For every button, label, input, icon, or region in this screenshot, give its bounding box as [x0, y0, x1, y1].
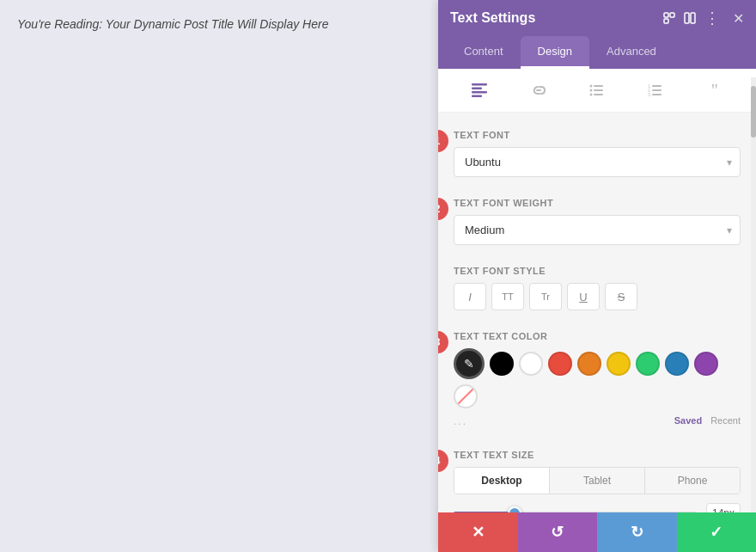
font-label: Text Font — [454, 130, 741, 140]
font-style-label: Text Font Style — [454, 266, 741, 276]
pencil-icon: ✎ — [464, 357, 474, 371]
color-swatches-row: ✎ — [454, 348, 741, 408]
swatch-purple[interactable] — [694, 352, 718, 376]
font-weight-select[interactable]: Medium Light Bold — [454, 215, 741, 245]
text-size-section: 4 Text Text Size Desktop Tablet Phone 14… — [438, 438, 756, 512]
panel-content: 1. 2. 3. " 1 Text Font Ubuntu Arial Geor… — [438, 69, 756, 512]
color-dots: ... — [454, 412, 467, 429]
tab-bar: Content Design Advanced — [438, 36, 756, 69]
svg-point-14 — [589, 94, 592, 96]
step-badge-3: 3 — [438, 331, 448, 353]
panel-header-icons: ⋮ ✕ — [663, 9, 744, 28]
align-left-btn[interactable] — [464, 77, 495, 103]
svg-rect-2 — [664, 19, 668, 23]
strikethrough-btn[interactable]: S — [605, 283, 637, 310]
size-slider-fill — [454, 512, 515, 512]
alignment-toolbar: 1. 2. 3. " — [438, 69, 756, 113]
reset-button[interactable]: ↺ — [518, 512, 598, 552]
font-select-wrapper: Ubuntu Arial Georgia ▾ — [454, 147, 741, 177]
italic-btn[interactable]: I — [454, 283, 486, 310]
font-style-section: Text Font Style I TT Tr U S — [438, 254, 756, 319]
text-color-section: 3 Text Text Color ✎ ... Save — [438, 319, 756, 438]
font-section: 1 Text Font Ubuntu Arial Georgia ▾ — [438, 118, 756, 186]
svg-rect-6 — [472, 88, 482, 90]
saved-label[interactable]: Saved — [674, 415, 702, 426]
redo-button[interactable]: ↻ — [597, 512, 677, 552]
style-buttons-row: I TT Tr U S — [454, 283, 741, 310]
svg-rect-15 — [594, 94, 603, 95]
preview-area: You're Reading: Your Dynamic Post Title … — [0, 0, 438, 552]
svg-rect-3 — [685, 13, 689, 23]
swatch-yellow[interactable] — [607, 352, 631, 376]
swatch-black[interactable] — [490, 352, 514, 376]
more-options-icon[interactable]: ⋮ — [704, 9, 721, 28]
svg-rect-19 — [652, 89, 662, 91]
step-badge-2: 2 — [438, 198, 448, 220]
svg-rect-4 — [691, 13, 695, 23]
device-phone-tab[interactable]: Phone — [645, 468, 740, 494]
panel-header: Text Settings ⋮ ✕ — [438, 0, 756, 36]
font-weight-section: 2 Text Font Weight Medium Light Bold ▾ — [438, 186, 756, 254]
grid-icon[interactable] — [684, 12, 696, 24]
scrollbar-thumb[interactable] — [751, 86, 756, 138]
color-picker-button[interactable]: ✎ — [454, 348, 485, 379]
text-size-label: Text Text Size — [454, 450, 741, 460]
svg-text:3.: 3. — [648, 92, 651, 97]
size-slider-thumb[interactable] — [508, 506, 521, 512]
resize-icon[interactable] — [663, 12, 675, 24]
swatch-orange[interactable] — [577, 352, 601, 376]
confirm-button[interactable]: ✓ — [677, 512, 757, 552]
swatch-blue[interactable] — [665, 352, 689, 376]
swatch-white[interactable] — [519, 352, 543, 376]
preview-text: You're Reading: Your Dynamic Post Title … — [17, 17, 328, 31]
uppercase-btn[interactable]: TT — [491, 283, 524, 310]
link-btn[interactable] — [523, 77, 554, 103]
swatch-red[interactable] — [548, 352, 572, 376]
blockquote-btn[interactable]: " — [699, 77, 730, 103]
svg-rect-7 — [472, 91, 487, 94]
font-weight-select-wrapper: Medium Light Bold ▾ — [454, 215, 741, 245]
tab-advanced[interactable]: Advanced — [589, 36, 674, 69]
size-slider-value[interactable]: 14px — [706, 503, 741, 512]
capitalize-btn[interactable]: Tr — [529, 283, 562, 310]
svg-rect-17 — [652, 85, 662, 87]
underline-btn[interactable]: U — [567, 283, 600, 310]
svg-rect-13 — [594, 89, 603, 91]
svg-rect-0 — [664, 13, 668, 17]
svg-rect-11 — [594, 85, 603, 87]
svg-rect-21 — [652, 94, 662, 95]
size-slider-row: 14px — [454, 503, 741, 512]
size-slider-track — [454, 512, 698, 512]
cancel-button[interactable]: ✕ — [438, 512, 518, 552]
tab-design[interactable]: Design — [521, 36, 589, 69]
font-weight-label: Text Font Weight — [454, 198, 741, 208]
tab-content[interactable]: Content — [447, 36, 521, 69]
svg-point-12 — [589, 89, 592, 92]
bottom-bar: ✕ ↺ ↻ ✓ — [438, 512, 756, 552]
font-select[interactable]: Ubuntu Arial Georgia — [454, 147, 741, 177]
text-color-label: Text Text Color — [454, 331, 741, 341]
ordered-list-btn[interactable]: 1. 2. 3. — [640, 77, 671, 103]
list-btn[interactable] — [582, 77, 613, 103]
svg-point-10 — [589, 85, 592, 88]
device-tablet-tab[interactable]: Tablet — [550, 468, 645, 494]
device-tabs: Desktop Tablet Phone — [454, 467, 741, 494]
device-desktop-tab[interactable]: Desktop — [454, 468, 550, 494]
svg-rect-8 — [472, 95, 482, 98]
svg-rect-1 — [670, 13, 674, 17]
swatch-none[interactable] — [454, 384, 478, 408]
recent-label[interactable]: Recent — [710, 415, 741, 426]
scrollbar-track — [751, 77, 756, 512]
close-icon[interactable]: ✕ — [733, 10, 744, 27]
step-badge-1: 1 — [438, 130, 448, 152]
step-badge-4: 4 — [438, 450, 448, 472]
settings-panel: Text Settings ⋮ ✕ Content Design Adva — [438, 0, 756, 552]
svg-rect-5 — [472, 83, 487, 86]
swatch-green[interactable] — [636, 352, 660, 376]
panel-title: Text Settings — [450, 10, 535, 26]
